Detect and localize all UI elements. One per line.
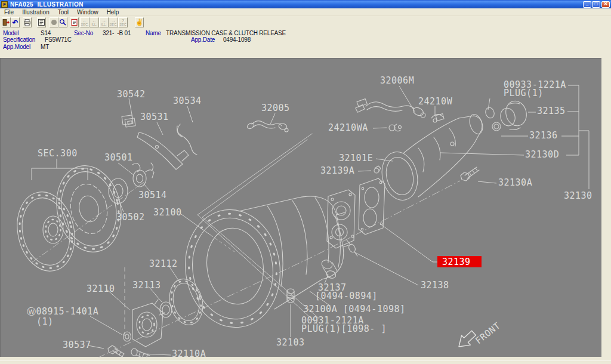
part-label-30514[interactable]: 30514: [138, 190, 167, 200]
specification-value: FS5W71C: [45, 36, 72, 43]
part-label-32110a[interactable]: 32110A: [172, 348, 206, 357]
part-label-32136[interactable]: 32136: [529, 130, 558, 141]
left-arrow-icon: ←: [82, 18, 87, 23]
memo-icon: [70, 18, 78, 26]
memo-button[interactable]: [70, 17, 79, 27]
undo-button[interactable]: ↶: [11, 17, 20, 27]
name-label: Name: [146, 30, 161, 36]
part-label-32101e[interactable]: 32101E: [339, 153, 373, 164]
undo-icon: ↶: [12, 19, 18, 26]
menu-tool[interactable]: Tool: [54, 9, 73, 16]
appmodel-label: App.Model: [3, 44, 30, 50]
part-label-30534[interactable]: 30534: [173, 95, 202, 106]
secno-value: 321- -B 01: [103, 30, 131, 36]
toolbar: ↶ ← SEC. ← ILL. → I: [0, 16, 611, 29]
parts-list-button[interactable]: [37, 17, 46, 27]
part-label-30501[interactable]: 30501: [104, 152, 133, 163]
menu-bar: File Illustration Tool Window Help: [0, 8, 611, 16]
appdate-label: App.Date: [191, 36, 215, 43]
part-label-30537[interactable]: 30537: [63, 340, 91, 350]
part-label-32110[interactable]: 32110: [87, 283, 115, 294]
close-button[interactable]: ✕: [601, 1, 610, 8]
print-button[interactable]: [23, 17, 32, 27]
part-label-32005[interactable]: 32005: [261, 103, 290, 113]
part-label-089151401a[interactable]: Ⓦ08915-1401A: [27, 306, 98, 317]
part-label-32130d[interactable]: 32130D: [525, 149, 559, 160]
part-label-32100[interactable]: 32100: [153, 207, 182, 218]
part-label-04940894[interactable]: [0494-0894]: [315, 291, 378, 301]
parts-line-art: [10, 98, 529, 357]
help-button[interactable]: ✌: [135, 17, 144, 27]
part-label-32139a[interactable]: 32139A: [320, 165, 354, 176]
model-label: Model: [3, 30, 18, 36]
part-label-32113[interactable]: 32113: [132, 280, 161, 291]
part-label-24210w[interactable]: 24210W: [418, 96, 453, 107]
part-label-32130[interactable]: 32130: [564, 190, 593, 201]
part-label-plug1[interactable]: PLUG(1): [504, 88, 544, 98]
magnifier-icon: [59, 18, 67, 26]
part-label-1[interactable]: (1): [36, 316, 54, 327]
part-label-32006m[interactable]: 32006M: [380, 75, 414, 86]
prev-illustration-button[interactable]: ← ILL.: [90, 17, 99, 27]
right-arrow-icon: →: [111, 18, 116, 23]
parts-list-icon: [38, 18, 45, 26]
part-label-32130a[interactable]: 32130A: [498, 177, 532, 188]
title-bar: F NFA025 ILLUSTRATION _ □ ✕: [0, 0, 611, 8]
help-hand-icon: ✌: [135, 19, 144, 26]
svg-text:32139: 32139: [442, 257, 471, 267]
info-panel: Model S14 Sec-No 321- -B 01 Name TRANSMI…: [0, 29, 611, 54]
part-label-front[interactable]: FRONT: [473, 320, 502, 347]
secno-label: Sec-No: [74, 30, 93, 36]
appdate-value: 0494-1098: [223, 36, 251, 43]
exit-button[interactable]: [2, 17, 11, 27]
part-label-plug11098[interactable]: PLUG(1)[1098- ]: [301, 323, 387, 334]
part-label-32103[interactable]: 32103: [276, 337, 305, 348]
section-search-button[interactable]: ? SEC: [118, 17, 128, 27]
printer-icon: [23, 18, 31, 26]
illustration-canvas[interactable]: 32139 3054230534305313200532006M24210W00…: [0, 58, 601, 357]
appmodel-value: MT: [41, 44, 49, 50]
part-label-24210wa[interactable]: 24210WA: [328, 122, 368, 133]
centerlines: [32, 181, 460, 357]
part-label-30531[interactable]: 30531: [140, 112, 169, 122]
exit-door-icon: [2, 18, 10, 26]
part-label-32138[interactable]: 32138: [421, 280, 449, 291]
window-title: NFA025 ILLUSTRATION: [10, 1, 582, 8]
part-label-30542[interactable]: 30542: [117, 89, 146, 100]
right-arrow-icon: →: [101, 18, 106, 23]
menu-file[interactable]: File: [0, 9, 18, 16]
part-label-32135[interactable]: 32135: [537, 106, 566, 116]
record-button[interactable]: [50, 17, 58, 27]
highlighted-part-32139[interactable]: 32139: [437, 256, 482, 267]
app-icon: F: [1, 1, 8, 8]
minimize-button[interactable]: _: [583, 1, 591, 8]
prev-section-button[interactable]: ← SEC.: [80, 17, 90, 27]
part-label-32112[interactable]: 32112: [149, 258, 178, 269]
menu-window[interactable]: Window: [73, 9, 103, 16]
name-value: TRANSMISSION CASE & CLUTCH RELEASE: [166, 30, 286, 36]
question-icon: ?: [122, 18, 124, 23]
menu-illustration[interactable]: Illustration: [18, 9, 54, 16]
left-arrow-icon: ←: [92, 18, 97, 23]
maximize-button[interactable]: □: [592, 1, 600, 8]
record-circle-icon: [51, 20, 57, 25]
next-illustration-button[interactable]: → ILL.: [99, 17, 109, 27]
next-section-button[interactable]: → SEC.: [109, 17, 118, 27]
bottom-divider: [0, 360, 611, 361]
menu-help[interactable]: Help: [103, 9, 124, 16]
model-value: S14: [41, 30, 51, 36]
part-label-sec300[interactable]: SEC.300: [38, 148, 78, 159]
specification-label: Specification: [3, 36, 35, 43]
front-arrow-icon: [459, 331, 476, 347]
zoom-button[interactable]: [58, 17, 67, 27]
part-label-32100a04941098[interactable]: 32100A [0494-1098]: [303, 304, 406, 314]
part-label-30502[interactable]: 30502: [116, 212, 145, 223]
